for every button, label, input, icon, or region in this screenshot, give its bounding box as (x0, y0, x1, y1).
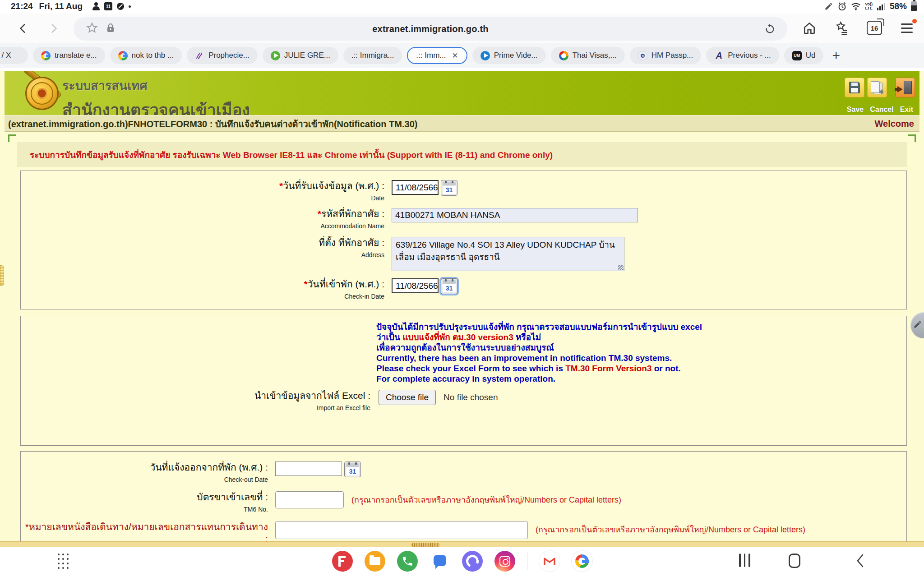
page-title-bar: (extranet.immigration.go.th)FNHOTELFORM3… (5, 115, 919, 132)
save-label[interactable]: Save (847, 106, 864, 114)
google-favicon-icon (41, 51, 51, 60)
phone-app-icon[interactable] (397, 551, 418, 572)
tab-strip: / X translate e... nok to thb ... Prophe… (0, 43, 924, 68)
checkout-label: วันที่แจ้งออกจากที่พัก (พ.ศ.) : (21, 462, 268, 473)
address-sublabel: Address (21, 251, 384, 258)
notify-date-input[interactable]: 11/08/2566 (392, 180, 439, 195)
tab-0[interactable]: / X (0, 47, 28, 64)
messages-app-icon[interactable] (430, 551, 450, 572)
volte-icon: Vo)) LTE (865, 2, 873, 10)
google-favicon-icon (118, 51, 128, 60)
home-nav-button[interactable] (789, 554, 800, 568)
notify-date-calendar-button[interactable]: 31 (441, 180, 457, 196)
cancel-icon (871, 81, 880, 93)
status-bar: 21:24 Fri, 11 Aug 11 Vo)) LTE 58% (0, 0, 924, 14)
system-navbar (0, 547, 924, 577)
clock: 21:24 (11, 1, 33, 11)
site-header: ระบบสารสนเทศ สำนักงานตรวจคนเข้าเมือง Sav… (5, 71, 919, 115)
tab-7[interactable]: Prime Vide... (472, 47, 546, 64)
site-title-line2: สำนักงานตรวจคนเข้าเมือง (62, 97, 250, 115)
excel-file-label: นำเข้าข้อมูลจากไฟล์ Excel : (21, 390, 370, 402)
tab-6-active[interactable]: .:: Imm... ✕ (407, 47, 467, 64)
bookmarks-button[interactable] (833, 18, 851, 38)
exit-button[interactable] (895, 78, 915, 97)
welcome-text: Welcome (875, 115, 914, 132)
tab-1[interactable]: translate e... (33, 47, 105, 64)
my-files-app-icon[interactable] (365, 551, 385, 572)
crest-favicon-icon (638, 51, 647, 60)
choose-file-button[interactable]: Choose file (379, 390, 436, 405)
webpage: ระบบสารสนเทศ สำนักงานตรวจคนเข้าเมือง Sav… (0, 68, 924, 541)
url-bar[interactable]: extranet.immigration.go.th (74, 17, 787, 41)
um-favicon-icon: UM (792, 51, 802, 60)
page-title: (extranet.immigration.go.th)FNHOTELFORM3… (8, 115, 417, 132)
tm6-sublabel: TM6 No. (21, 506, 268, 513)
notification-dot-icon (129, 5, 131, 8)
tabs-button[interactable]: 16 (865, 18, 883, 38)
save-icon (849, 82, 860, 93)
samsung-internet-app-icon[interactable] (462, 551, 483, 572)
instagram-app-icon[interactable] (494, 551, 515, 572)
checkout-sublabel: Check-out Date (21, 476, 268, 483)
url-text[interactable]: extranet.immigration.go.th (74, 17, 787, 41)
passport-number-input[interactable] (275, 521, 528, 539)
checkin-date-input[interactable]: 11/08/2566 (392, 278, 439, 293)
tab-4[interactable]: JULIE GRE... (263, 47, 338, 64)
address-label: ที่ตั้ง ที่พักอาศัย : (21, 237, 384, 249)
alarm-icon (837, 2, 847, 11)
gmail-app-icon[interactable] (539, 551, 560, 572)
green-play-favicon-icon (271, 51, 280, 60)
left-edge-scroll-handle[interactable] (0, 265, 4, 286)
checkout-date-input[interactable] (275, 462, 342, 476)
rainbow-ring-favicon-icon (559, 51, 568, 60)
recents-button[interactable] (739, 554, 750, 567)
cancel-label[interactable]: Cancel (870, 106, 893, 114)
exit-label[interactable]: Exit (900, 106, 913, 114)
google-app-icon[interactable] (572, 551, 592, 572)
back-button[interactable] (14, 20, 32, 37)
flipboard-app-icon[interactable] (332, 551, 353, 572)
horizontal-scroll-handle[interactable] (411, 543, 439, 547)
menu-button[interactable] (898, 18, 916, 38)
edit-pen-floating-button[interactable] (910, 312, 924, 338)
tab-8[interactable]: Thai Visas,... (551, 47, 625, 64)
tab-10[interactable]: APrevious - ... (706, 47, 779, 64)
pen-icon (824, 2, 833, 11)
tab-11[interactable]: UMUd (784, 47, 824, 64)
tab-close-icon[interactable]: ✕ (452, 51, 458, 60)
address-textarea[interactable]: 639/126 Village No.4 SOI 13 Alley UDON K… (392, 237, 624, 271)
tm6-number-input[interactable] (275, 491, 344, 508)
calendar-notification-icon: 11 (104, 2, 112, 10)
checkout-date-calendar-button[interactable]: 31 (344, 462, 361, 477)
home-button[interactable] (800, 18, 818, 38)
mute-notification-icon (117, 3, 124, 10)
accommodation-name-input[interactable]: 41B00271 MOBAN HANSA (392, 208, 638, 222)
save-button[interactable] (845, 78, 864, 97)
navy-a-favicon-icon: A (714, 51, 724, 60)
back-nav-button[interactable] (855, 554, 865, 570)
excel-file-sublabel: Import an Excel file (21, 404, 370, 411)
tab-count-badge: 16 (867, 21, 882, 35)
tab-2[interactable]: nok to thb ... (110, 47, 182, 64)
blue-play-favicon-icon (480, 51, 490, 60)
immigration-seal-logo (22, 74, 60, 113)
refresh-button[interactable] (762, 21, 777, 37)
forward-button[interactable] (45, 20, 62, 37)
passport-label: *หมายเลขหนังสือเดินทาง/หมายเลขเอกสารแทนก… (21, 521, 268, 541)
contact-notification-icon (92, 2, 100, 10)
passport-hint: (กรุณากรอกเป็นตัวเลขหรือภาษาอังกฤษพิมพ์ใ… (536, 521, 805, 538)
menu-notification-dot (912, 19, 917, 23)
checkin-label: วันที่เข้าพัก (พ.ศ.) : (308, 279, 384, 289)
checkin-date-calendar-button[interactable]: 31 (441, 278, 457, 294)
new-tab-button[interactable]: + (828, 48, 844, 63)
tm30-version-notice: ปัจจุบันได้มีการปรับปรุงระบบแจ้งที่พัก ก… (376, 322, 906, 384)
excel-import-section: ปัจจุบันได้มีการปรับปรุงระบบแจ้งที่พัก ก… (20, 316, 907, 446)
tab-3[interactable]: Prophecie... (187, 47, 258, 64)
checkout-section: วันที่แจ้งออกจากที่พัก (พ.ศ.) : Check-ou… (20, 451, 907, 541)
checkin-sublabel: Check-in Date (21, 293, 384, 300)
frame-corner-right (908, 134, 916, 142)
tab-9[interactable]: HM Passp... (630, 47, 702, 64)
cancel-button[interactable] (867, 78, 887, 97)
tab-5[interactable]: .:: Immigra... (343, 47, 402, 64)
quill-favicon-icon (195, 51, 204, 60)
